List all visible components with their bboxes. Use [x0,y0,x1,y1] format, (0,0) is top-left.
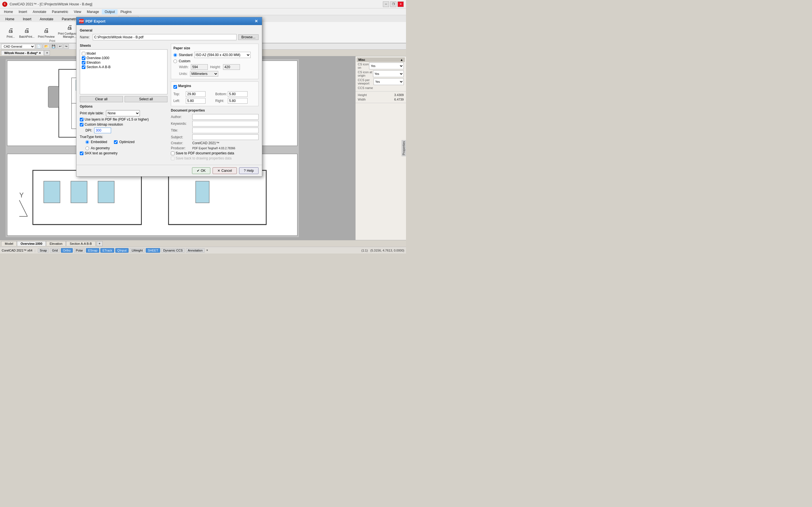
etrack-btn[interactable]: ETrack [100,248,114,252]
panel-misc-collapse[interactable]: ▲ [400,58,403,61]
minimize-button[interactable]: ─ [383,1,389,7]
toolbar-redo-btn[interactable]: ↪ [63,44,69,49]
polar-btn[interactable]: Polar [74,248,85,252]
save-back-check[interactable] [171,157,174,160]
sheet-overview-check[interactable] [82,56,86,60]
esnap-btn[interactable]: ESnap [86,248,99,252]
cs-icon-origin-select[interactable]: YesNo [373,70,404,77]
ribbon-tab-annotate[interactable]: Annotate [36,16,57,22]
sheet-tab-model[interactable]: Model [1,241,17,246]
left-input[interactable] [186,98,206,104]
toolbar-undo-btn[interactable]: ↩ [57,44,63,49]
producer-row: Producer: PDF Export Teigha® 4.03.2.7836… [171,146,259,150]
batch-print-button[interactable]: 🖨 BatchPrint... [18,25,36,39]
custom-bitmap-label: Custom bitmap resolution [85,122,123,126]
sheet-model-check[interactable] [82,52,86,55]
doc-tab-close[interactable]: ✕ [39,52,41,55]
as-geometry-row-inner: As geometry [86,146,167,150]
browse-btn[interactable]: Browse... [238,34,259,40]
doc-tab-witzek[interactable]: Witzek House - B.dwg* ✕ [1,50,44,55]
toolbar-new-btn[interactable]: 📄 [36,44,42,49]
author-input[interactable] [192,114,259,120]
add-sheet-btn[interactable]: + [97,241,103,246]
shx-check[interactable] [80,152,84,155]
ok-btn[interactable]: ✔ OK [192,167,210,174]
save-to-pdf-check[interactable] [171,152,174,155]
grid-btn[interactable]: Grid [50,248,60,252]
optimized-check[interactable] [114,140,117,144]
svg-rect-17 [196,181,209,203]
dialog-title-text: PDF Export [86,19,105,23]
toolbar-open-btn[interactable]: 📂 [43,44,50,49]
embedded-radio[interactable] [86,140,89,144]
menu-manage[interactable]: Manage [84,9,102,14]
dynamic-ccs-btn[interactable]: Dynamic CCS [161,248,185,252]
ortho-btn[interactable]: Ortho [61,248,73,252]
status-bar: CorelCAD 2021™ x64 | Snap Grid Ortho Pol… [0,247,406,253]
menu-insert[interactable]: Insert [16,9,30,14]
toolbar-save-btn[interactable]: 💾 [50,44,57,49]
right-input[interactable] [228,98,248,104]
save-to-pdf-label: Save to PDF document properties data [175,151,234,155]
new-tab-btn[interactable]: + [44,50,50,55]
sheet-elevation-check[interactable] [82,61,86,64]
qinput-btn[interactable]: QInput [115,248,129,252]
bottom-label: Bottom: [215,92,227,96]
restore-button[interactable]: ❐ [390,1,396,7]
app-version-label: CorelCAD 2021™ x64 [2,249,33,252]
sheet-tab-elevation[interactable]: Elevation [46,241,66,246]
as-geometry-radio[interactable] [86,147,89,150]
print-style-select[interactable]: None [106,110,140,116]
ribbon-tab-insert[interactable]: Insert [18,16,36,22]
menu-output[interactable]: Output [102,9,117,14]
menu-annotate[interactable]: Annotate [30,9,49,14]
subject-input[interactable] [192,134,259,140]
dpi-input[interactable] [94,128,111,133]
menu-plugins[interactable]: Plugins [117,9,134,14]
keywords-input[interactable] [192,121,259,126]
svg-line-19 [19,200,28,217]
select-all-btn[interactable]: Select all [124,96,168,102]
height-input[interactable] [223,64,240,70]
menu-parametric[interactable]: Parametric [49,9,71,14]
lweight-btn[interactable]: LWeight [130,248,145,252]
close-button[interactable]: ✕ [398,1,404,7]
bottom-input[interactable] [228,91,248,97]
sheet-tab-section[interactable]: Section A-A B-B [66,241,95,246]
menu-home[interactable]: Home [1,9,16,14]
cad-general-dropdown[interactable]: CAD General [1,44,35,49]
title-input[interactable] [192,128,259,133]
menu-view[interactable]: View [71,9,84,14]
width-input[interactable] [191,64,208,70]
sheet-btn[interactable]: SHEET [146,248,160,252]
ccs-per-viewport-select[interactable]: YesNo [373,78,404,85]
custom-radio[interactable] [173,59,177,63]
standard-radio[interactable] [173,53,177,57]
panel-row-width: Width 6.4739 [357,97,405,102]
cs-icon-on-select[interactable]: YesNo [369,62,404,69]
print-button[interactable]: 🖨 Print... [4,25,17,39]
sheet-section-check[interactable] [82,65,86,69]
help-btn[interactable]: ? Help [239,167,259,174]
properties-tab[interactable]: Properties [402,140,406,156]
custom-bitmap-check[interactable] [80,123,84,126]
clear-all-btn[interactable]: Clear all [80,96,123,102]
cancel-btn[interactable]: ✕ Cancel [213,167,237,174]
width-dim-label: Width: [179,65,189,69]
ribbon-tab-home[interactable]: Home [1,16,18,22]
margins-check[interactable] [173,85,177,89]
units-select[interactable]: Millimeters Inches [190,71,218,76]
top-input[interactable] [186,91,206,97]
paper-standard-select[interactable]: ISO A2 (594.00 x 420.00 MM) ISO A4 (297.… [194,52,251,58]
panel-misc-header[interactable]: Misc ▲ [357,57,405,62]
annotation-btn[interactable]: Annotation [186,248,205,252]
snap-btn[interactable]: Snap [38,248,49,252]
use-layers-check[interactable] [80,118,84,121]
panel-misc-label: Misc [358,58,365,61]
name-input[interactable] [93,34,237,40]
shx-label: SHX text as geometry [85,151,117,155]
print-preview-button[interactable]: 🖨 Print Preview [37,25,56,39]
margins-grid: Top: Bottom: Left: [173,91,256,104]
sheet-tab-overview[interactable]: Overview-1000 [17,241,46,246]
dialog-close-btn[interactable]: ✕ [253,19,259,23]
